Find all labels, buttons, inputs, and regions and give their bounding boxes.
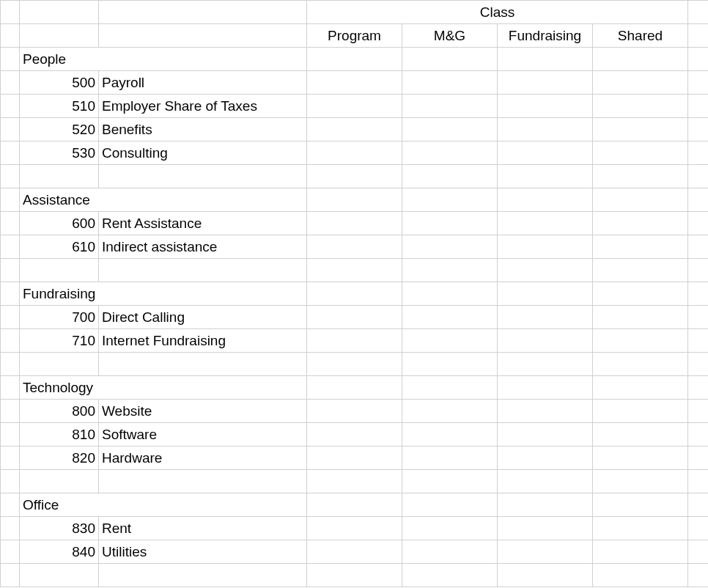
item-label[interactable]: Rent Assistance bbox=[99, 212, 307, 235]
cell[interactable] bbox=[688, 212, 708, 235]
item-code[interactable]: 840 bbox=[20, 540, 99, 564]
cell[interactable] bbox=[99, 24, 307, 48]
cell[interactable] bbox=[498, 423, 593, 446]
cell[interactable] bbox=[307, 400, 402, 423]
cell[interactable] bbox=[593, 564, 688, 587]
cell[interactable] bbox=[1, 212, 20, 235]
cell[interactable] bbox=[593, 493, 688, 517]
item-label[interactable]: Consulting bbox=[99, 142, 307, 165]
cell[interactable] bbox=[1, 376, 20, 400]
class-header[interactable]: Class bbox=[307, 1, 688, 24]
cell[interactable] bbox=[688, 259, 708, 282]
cell[interactable] bbox=[307, 259, 402, 282]
item-code[interactable]: 800 bbox=[20, 400, 99, 423]
cell[interactable] bbox=[498, 282, 593, 306]
cell[interactable] bbox=[498, 165, 593, 188]
cell[interactable] bbox=[402, 95, 498, 118]
cell[interactable] bbox=[498, 329, 593, 353]
cell[interactable] bbox=[688, 118, 708, 142]
cell[interactable] bbox=[307, 353, 402, 376]
cell[interactable] bbox=[20, 165, 99, 188]
item-label[interactable]: Indirect assistance bbox=[99, 235, 307, 259]
cell[interactable] bbox=[1, 71, 20, 95]
cell[interactable] bbox=[688, 470, 708, 493]
cell[interactable] bbox=[498, 493, 593, 517]
cell[interactable] bbox=[1, 423, 20, 446]
cell[interactable] bbox=[307, 165, 402, 188]
cell[interactable] bbox=[688, 165, 708, 188]
cell[interactable] bbox=[593, 188, 688, 212]
item-code[interactable]: 820 bbox=[20, 446, 99, 470]
cell[interactable] bbox=[402, 188, 498, 212]
section-title[interactable]: Fundraising bbox=[20, 282, 307, 306]
cell[interactable] bbox=[688, 540, 708, 564]
cell[interactable] bbox=[99, 564, 307, 587]
cell[interactable] bbox=[307, 540, 402, 564]
section-title[interactable]: Technology bbox=[20, 376, 307, 400]
cell[interactable] bbox=[688, 48, 708, 71]
cell[interactable] bbox=[402, 446, 498, 470]
item-label[interactable]: Internet Fundraising bbox=[99, 329, 307, 353]
cell[interactable] bbox=[498, 564, 593, 587]
cell[interactable] bbox=[593, 118, 688, 142]
item-label[interactable]: Website bbox=[99, 400, 307, 423]
cell[interactable] bbox=[688, 142, 708, 165]
cell[interactable] bbox=[402, 235, 498, 259]
cell[interactable] bbox=[1, 329, 20, 353]
cell[interactable] bbox=[20, 470, 99, 493]
cell[interactable] bbox=[688, 188, 708, 212]
cell[interactable] bbox=[498, 540, 593, 564]
cell[interactable] bbox=[688, 493, 708, 517]
cell[interactable] bbox=[402, 48, 498, 71]
cell[interactable] bbox=[1, 282, 20, 306]
cell[interactable] bbox=[1, 306, 20, 329]
cell[interactable] bbox=[593, 71, 688, 95]
cell[interactable] bbox=[688, 329, 708, 353]
cell[interactable] bbox=[498, 142, 593, 165]
cell[interactable] bbox=[688, 71, 708, 95]
cell[interactable] bbox=[402, 376, 498, 400]
cell[interactable] bbox=[20, 259, 99, 282]
cell[interactable] bbox=[498, 188, 593, 212]
cell[interactable] bbox=[402, 329, 498, 353]
cell[interactable] bbox=[593, 212, 688, 235]
cell[interactable] bbox=[593, 235, 688, 259]
section-title[interactable]: Assistance bbox=[20, 188, 307, 212]
cell[interactable] bbox=[1, 517, 20, 540]
cell[interactable] bbox=[307, 118, 402, 142]
cell[interactable] bbox=[307, 212, 402, 235]
cell[interactable] bbox=[1, 1, 20, 24]
cell[interactable] bbox=[593, 353, 688, 376]
cell[interactable] bbox=[402, 212, 498, 235]
item-label[interactable]: Direct Calling bbox=[99, 306, 307, 329]
item-label[interactable]: Rent bbox=[99, 517, 307, 540]
cell[interactable] bbox=[307, 517, 402, 540]
cell[interactable] bbox=[593, 306, 688, 329]
cell[interactable] bbox=[593, 95, 688, 118]
cell[interactable] bbox=[498, 48, 593, 71]
cell[interactable] bbox=[1, 188, 20, 212]
cell[interactable] bbox=[498, 235, 593, 259]
col-fundraising[interactable]: Fundraising bbox=[498, 24, 593, 48]
cell[interactable] bbox=[593, 517, 688, 540]
cell[interactable] bbox=[402, 282, 498, 306]
item-code[interactable]: 700 bbox=[20, 306, 99, 329]
cell[interactable] bbox=[402, 540, 498, 564]
cell[interactable] bbox=[498, 400, 593, 423]
cell[interactable] bbox=[498, 71, 593, 95]
cell[interactable] bbox=[593, 282, 688, 306]
item-code[interactable]: 810 bbox=[20, 423, 99, 446]
cell[interactable] bbox=[1, 353, 20, 376]
cell[interactable] bbox=[307, 493, 402, 517]
cell[interactable] bbox=[498, 517, 593, 540]
cell[interactable] bbox=[688, 517, 708, 540]
cell[interactable] bbox=[402, 400, 498, 423]
cell[interactable] bbox=[688, 446, 708, 470]
cell[interactable] bbox=[688, 353, 708, 376]
cell[interactable] bbox=[20, 564, 99, 587]
cell[interactable] bbox=[1, 493, 20, 517]
cell[interactable] bbox=[307, 188, 402, 212]
cell[interactable] bbox=[688, 95, 708, 118]
cell[interactable] bbox=[498, 376, 593, 400]
cell[interactable] bbox=[307, 71, 402, 95]
